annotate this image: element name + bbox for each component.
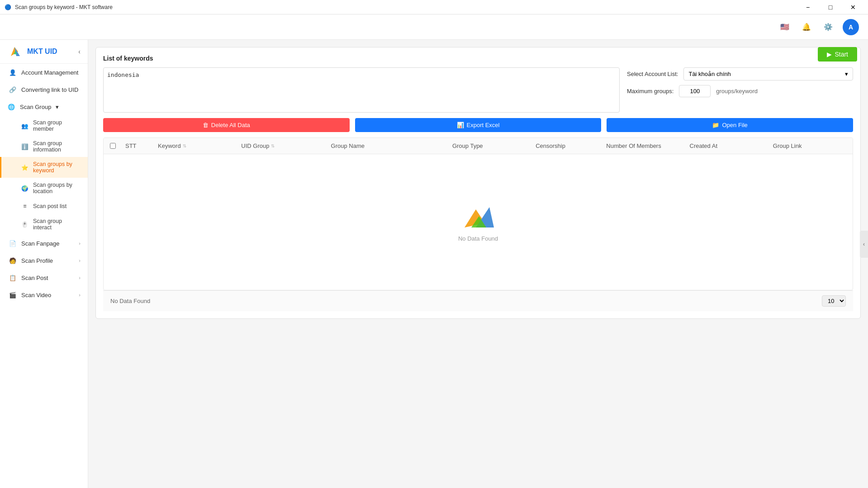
scan-profile-icon: 🧑 <box>9 256 17 265</box>
th-uid-group: UID Group ⇅ <box>237 142 327 149</box>
top-header: 🇺🇸 🔔 ⚙️ A <box>0 14 868 40</box>
notification-icon[interactable]: 🔔 <box>799 20 814 34</box>
flag-icon[interactable]: 🇺🇸 <box>778 20 792 34</box>
table-header: STT Keyword ⇅ UID Group ⇅ Group Name <box>104 138 853 154</box>
data-table: STT Keyword ⇅ UID Group ⇅ Group Name <box>103 137 853 290</box>
avatar[interactable]: A <box>843 19 859 35</box>
title-text: Scan groups by keyword - MKT software <box>15 4 797 10</box>
delete-all-button[interactable]: 🗑 Delete All Data <box>103 118 350 132</box>
sidebar-group-scan-group[interactable]: 🌐 Scan Group ▾ <box>0 98 88 115</box>
th-group-link: Group Link <box>769 142 853 149</box>
sidebar-sub-label: Scan groups by keyword <box>33 161 81 174</box>
sidebar-logo: MKT UID ‹ <box>0 40 88 64</box>
th-keyword: Keyword ⇅ <box>154 142 237 149</box>
scan-group-label: Scan Group <box>20 104 51 110</box>
sidebar-item-label: Account Management <box>21 69 78 76</box>
minimize-button[interactable]: − <box>797 0 818 14</box>
groups-per-keyword-label: groups/keyword <box>716 88 758 95</box>
page-size-select[interactable]: 10 20 50 <box>822 295 846 307</box>
sidebar-item-label: Scan Fanpage <box>21 240 60 247</box>
sidebar-sub-label: Scan group information <box>33 140 81 153</box>
sidebar-sub-label: Scan post list <box>33 203 66 209</box>
max-groups-row: Maximum groups: groups/keyword <box>627 85 853 97</box>
scan-group-icon: 🌐 <box>7 103 15 111</box>
open-file-label: Open File <box>722 122 747 128</box>
sidebar-item-scan-post-list[interactable]: ≡ Scan post list <box>0 199 88 214</box>
sidebar-item-scan-group-interact[interactable]: 🖱️ Scan group interact <box>0 214 88 235</box>
scan-groups-location-icon: 🌍 <box>21 185 28 192</box>
account-select-arrow: ▾ <box>845 71 848 77</box>
no-data-text: No Data Found <box>458 235 498 242</box>
window-controls: − □ ✕ <box>797 0 863 14</box>
th-stt: STT <box>122 142 154 149</box>
sidebar-item-scan-video[interactable]: 🎬 Scan Video › <box>0 286 88 303</box>
start-button-label: Start <box>835 51 848 58</box>
top-controls: indonesia Select Account List: Tài khoản… <box>103 67 853 113</box>
sidebar-item-scan-profile[interactable]: 🧑 Scan Profile › <box>0 252 88 269</box>
sidebar-sub-label: Scan group interact <box>33 218 81 231</box>
sidebar-item-scan-groups-by-keyword[interactable]: ⭐ Scan groups by keyword <box>0 157 88 178</box>
settings-icon[interactable]: ⚙️ <box>821 20 835 34</box>
right-panel-toggle[interactable]: ‹ <box>860 231 868 258</box>
sidebar: MKT UID ‹ 👤 Account Management 🔗 Convert… <box>0 40 88 488</box>
main-panel: List of keywords indonesia Select Accoun… <box>95 47 861 319</box>
keyword-input[interactable]: indonesia <box>103 67 620 113</box>
scan-fanpage-icon: 📄 <box>9 239 17 247</box>
scan-video-arrow: › <box>79 292 81 298</box>
open-file-button[interactable]: 📁 Open File <box>607 118 853 132</box>
open-file-icon: 📁 <box>712 122 719 128</box>
max-groups-label: Maximum groups: <box>627 88 674 95</box>
sidebar-item-scan-group-member[interactable]: 👥 Scan group member <box>0 115 88 136</box>
table-footer: No Data Found 10 20 50 <box>103 290 853 311</box>
close-button[interactable]: ✕ <box>843 0 863 14</box>
no-data-illustration <box>460 203 496 230</box>
sidebar-item-label: Converting link to UID <box>21 86 78 93</box>
scan-fanpage-arrow: › <box>79 241 81 246</box>
account-label: Select Account List: <box>627 71 678 77</box>
scan-post-list-icon: ≡ <box>21 203 28 210</box>
select-all-checkbox[interactable] <box>110 143 116 149</box>
table-checkbox-header <box>104 143 122 149</box>
logo-text: MKT UID <box>27 47 57 56</box>
sidebar-item-account-management[interactable]: 👤 Account Management <box>0 64 88 81</box>
start-button-play-icon: ▶ <box>827 51 832 58</box>
right-controls: Select Account List: Tài khoản chính ▾ M… <box>627 67 853 97</box>
uid-sort-icon: ⇅ <box>271 143 275 148</box>
th-number-of-members: Number Of Members <box>602 142 686 149</box>
th-created-at: Created At <box>686 142 769 149</box>
sidebar-item-scan-fanpage[interactable]: 📄 Scan Fanpage › <box>0 235 88 252</box>
account-management-icon: 👤 <box>9 68 17 76</box>
footer-no-data-text: No Data Found <box>110 298 150 304</box>
sidebar-item-scan-groups-by-location[interactable]: 🌍 Scan groups by location <box>0 178 88 199</box>
maximize-button[interactable]: □ <box>820 0 841 14</box>
export-excel-button[interactable]: 📊 Export Excel <box>355 118 602 132</box>
keyword-sort-icon: ⇅ <box>183 143 186 148</box>
scan-post-arrow: › <box>79 275 81 280</box>
scan-post-icon: 📋 <box>9 274 17 282</box>
scan-group-interact-icon: 🖱️ <box>21 221 28 228</box>
delete-all-icon: 🗑 <box>203 122 209 128</box>
sidebar-item-scan-post[interactable]: 📋 Scan Post › <box>0 269 88 286</box>
account-select-dropdown[interactable]: Tài khoản chính ▾ <box>683 67 853 81</box>
scan-group-info-icon: ℹ️ <box>21 143 28 150</box>
export-excel-icon: 📊 <box>457 122 464 128</box>
th-censorship: Censorship <box>532 142 602 149</box>
scan-group-member-icon: 👥 <box>21 122 28 129</box>
sidebar-item-converting-link[interactable]: 🔗 Converting link to UID <box>0 81 88 98</box>
panel-title: List of keywords <box>103 55 853 62</box>
account-select-value: Tài khoản chính <box>688 71 730 77</box>
max-groups-input[interactable] <box>679 85 711 97</box>
sidebar-item-label: Scan Post <box>21 275 48 281</box>
start-button[interactable]: ▶ Start <box>818 47 857 62</box>
logo-svg <box>7 45 24 58</box>
scan-profile-arrow: › <box>79 258 81 263</box>
sidebar-item-scan-group-information[interactable]: ℹ️ Scan group information <box>0 136 88 157</box>
scan-video-icon: 🎬 <box>9 291 17 299</box>
action-buttons: 🗑 Delete All Data 📊 Export Excel 📁 Open … <box>103 118 853 132</box>
sidebar-collapse-button[interactable]: ‹ <box>78 48 81 55</box>
title-bar: 🔵 Scan groups by keyword - MKT software … <box>0 0 868 14</box>
no-data-container: No Data Found <box>458 175 498 269</box>
sidebar-item-label: Scan Profile <box>21 257 53 264</box>
scan-groups-keyword-icon: ⭐ <box>21 164 28 171</box>
delete-all-label: Delete All Data <box>211 122 250 128</box>
